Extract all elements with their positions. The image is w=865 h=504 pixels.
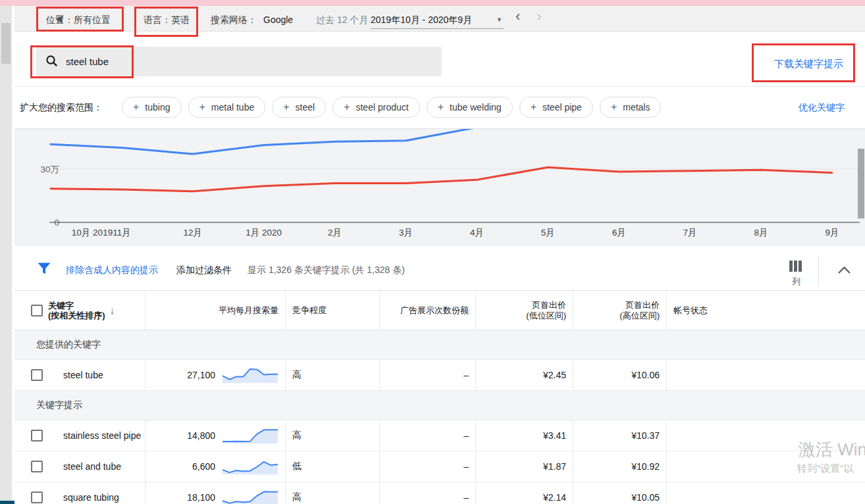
header-label: 页首出价(低位区间) <box>526 300 566 321</box>
divider <box>14 86 865 87</box>
ad-impression-share-value: – <box>463 430 469 441</box>
plus-icon: + <box>611 101 617 113</box>
top-bid-high-cell: ¥10.92 <box>573 451 666 482</box>
trend-sparkline <box>221 457 280 476</box>
account-status-cell <box>666 482 865 504</box>
exclude-adult-content-link[interactable]: 排除含成人内容的提示 <box>66 265 158 276</box>
search-volume-trend-chart: 30万010月 201911月12月1月 20202月3月4月5月6月7月8月9… <box>14 129 865 246</box>
filter-funnel-icon[interactable] <box>38 263 51 274</box>
column-header-3[interactable]: 竞争程度 <box>285 291 379 330</box>
row-checkbox[interactable] <box>31 491 43 503</box>
keyword-cell: steel and tube <box>14 451 145 482</box>
previous-period-icon[interactable]: ‹ <box>515 10 520 23</box>
chip-label: steel product <box>355 102 408 113</box>
date-range-dropdown[interactable]: 2019年10月 - 2020年9月 ▼ <box>371 9 504 29</box>
header-line1: 关键字 <box>48 301 105 311</box>
ad-impression-share-value: – <box>463 461 469 472</box>
refine-keywords-link[interactable]: 优化关键字 <box>799 102 845 114</box>
expand-keyword-chip[interactable]: +steel <box>272 97 326 118</box>
table-body: 您提供的关键字steel tube27,100高–¥2.45¥10.06关键字提… <box>14 330 865 504</box>
top-bid-high-cell: ¥10.05 <box>573 482 666 504</box>
broaden-search-label: 扩大您的搜索范围： <box>20 102 103 114</box>
keyword-text: stainless steel pipe <box>63 430 141 441</box>
expand-keyword-chip[interactable]: +steel pipe <box>519 97 593 118</box>
header-line1: 页首出价 <box>619 300 660 311</box>
network-label: 搜索网络： <box>211 14 257 25</box>
ad-impression-share-value: – <box>463 370 469 380</box>
top-bid-low-cell: ¥2.14 <box>475 482 573 504</box>
date-range-preset-label: 过去 12 个月 <box>316 14 368 26</box>
ad-impression-share-cell: – <box>379 420 475 451</box>
date-range-value: 2019年10月 - 2020年9月 <box>371 14 472 26</box>
header-line1: 页首出价 <box>526 300 566 311</box>
language-setting[interactable]: 语言：英语 <box>144 14 190 26</box>
trend-line-series-red <box>51 167 832 191</box>
left-gutter <box>0 6 12 504</box>
windows-activation-watermark-line1: 激活 Win <box>799 438 865 461</box>
ad-impression-share-cell: – <box>379 360 475 390</box>
chevron-up-icon[interactable] <box>837 266 851 274</box>
x-axis-tick-label: 7月 <box>683 228 697 238</box>
competition-value: 高 <box>292 430 301 441</box>
search-network-setting[interactable]: 搜索网络：Google <box>211 14 293 26</box>
columns-label: 列 <box>792 276 800 288</box>
results-count-text: 显示 1,326 条关键字提示 (共 1,328 条) <box>248 265 405 276</box>
keyword-text: square tubing <box>63 492 119 503</box>
column-header-6[interactable]: 页首出价(高位区间) <box>573 291 666 330</box>
location-setting[interactable]: 位置：所有位置 <box>46 14 111 26</box>
account-status-cell <box>666 360 865 390</box>
keyword-cell: stainless steel pipe <box>14 420 145 451</box>
download-keyword-ideas-link[interactable]: 下载关键字提示 <box>774 58 843 70</box>
select-all-checkbox[interactable] <box>31 305 43 316</box>
plus-icon: + <box>199 101 205 113</box>
trend-sparkline <box>221 365 280 385</box>
x-axis-tick-label: 1月 2020 <box>246 228 282 238</box>
competition-value: 高 <box>292 369 301 381</box>
avg-monthly-searches-cell: 18,100 <box>145 482 285 504</box>
top-bid-low-cell: ¥3.41 <box>475 420 573 451</box>
table-row[interactable]: steel and tube6,600低–¥1.87¥10.92 <box>14 451 865 482</box>
x-axis-tick-label: 4月 <box>470 228 484 238</box>
section-label: 关键字提示 <box>36 399 82 411</box>
header-line2: (低位区间) <box>526 311 566 321</box>
table-row[interactable]: stainless steel pipe14,800高–¥3.41¥10.37 <box>14 420 865 451</box>
search-volume-value: 6,600 <box>192 461 215 472</box>
next-period-icon: › <box>537 10 541 23</box>
header-label: 平均每月搜索量 <box>219 305 278 316</box>
top-bid-low-value: ¥2.45 <box>543 370 566 380</box>
plus-icon: + <box>344 101 350 113</box>
column-header-1[interactable]: 关键字(按相关性排序)↓ <box>14 291 145 330</box>
search-query-text: steel tube <box>66 56 109 67</box>
top-bid-high-value: ¥10.92 <box>631 461 660 472</box>
add-filter-button[interactable]: 添加过滤条件 <box>176 265 232 276</box>
trend-line-series-blue <box>51 129 832 154</box>
expand-keyword-chip[interactable]: +tube welding <box>427 97 513 118</box>
expand-keyword-chip[interactable]: +metals <box>600 97 662 118</box>
chip-label: tubing <box>145 102 170 113</box>
column-header-7[interactable]: 帐号状态 <box>666 291 865 330</box>
keyword-text: steel tube <box>63 370 103 380</box>
header-line2: (高位区间) <box>619 311 660 321</box>
table-row[interactable]: square tubing18,100高–¥2.14¥10.05 <box>14 482 865 504</box>
y-axis-tick-label: 0 <box>54 218 59 228</box>
table-row[interactable]: steel tube27,100高–¥2.45¥10.06 <box>14 360 865 391</box>
row-checkbox[interactable] <box>31 369 43 381</box>
column-header-2[interactable]: 平均每月搜索量 <box>145 291 285 330</box>
windows-activation-watermark-line2: 转到"设置"以 <box>797 463 854 475</box>
column-header-5[interactable]: 页首出价(低位区间) <box>475 291 573 330</box>
column-header-4[interactable]: 广告展示次数份额 <box>379 291 475 330</box>
keyword-chip-list: +tubing+metal tube+steel+steel product+t… <box>122 97 661 118</box>
top-bid-high-cell: ¥10.06 <box>573 360 666 390</box>
vertical-scrollbar-thumb[interactable] <box>858 149 864 218</box>
expand-keyword-chip[interactable]: +metal tube <box>188 97 266 118</box>
expand-keyword-chip[interactable]: +tubing <box>122 97 182 118</box>
x-axis-tick-label: 9月 <box>825 228 839 238</box>
left-scrollbar-thumb[interactable] <box>1 23 11 64</box>
sort-descending-icon[interactable]: ↓ <box>110 305 115 316</box>
y-axis-tick-label: 30万 <box>40 164 59 174</box>
search-volume-value: 27,100 <box>187 370 215 380</box>
row-checkbox[interactable] <box>31 461 43 472</box>
expand-keyword-chip[interactable]: +steel product <box>332 97 420 118</box>
row-checkbox[interactable] <box>31 430 43 441</box>
columns-icon[interactable] <box>789 261 802 272</box>
